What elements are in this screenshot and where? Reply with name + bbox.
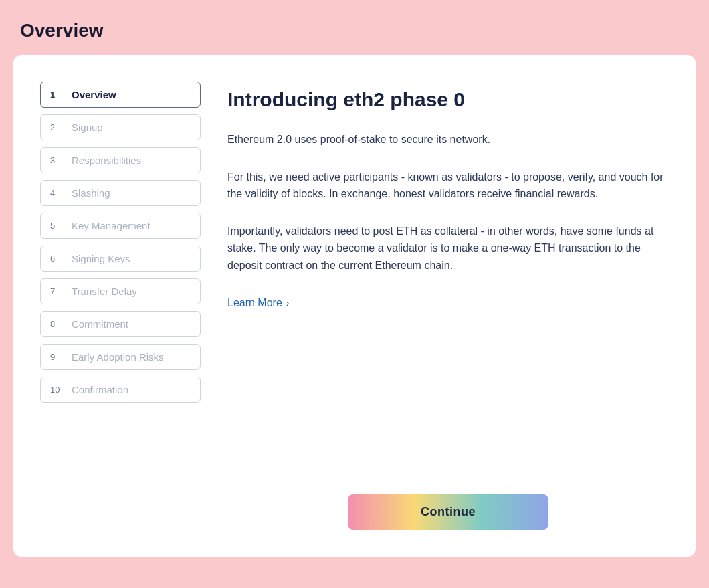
- sidebar: 1Overview2Signup3Responsibilities4Slashi…: [40, 82, 201, 530]
- step-number: 9: [50, 352, 62, 362]
- continue-button[interactable]: Continue: [348, 494, 548, 530]
- step-number: 5: [50, 221, 62, 231]
- step-label: Overview: [72, 89, 116, 100]
- step-number: 1: [50, 90, 62, 100]
- step-label: Signup: [72, 122, 103, 133]
- page-title: Overview: [0, 13, 709, 55]
- sidebar-item-confirmation[interactable]: 10Confirmation: [40, 377, 201, 403]
- sidebar-item-commitment[interactable]: 8Commitment: [40, 311, 201, 337]
- step-number: 8: [50, 319, 62, 329]
- sidebar-item-overview[interactable]: 1Overview: [40, 82, 201, 108]
- step-number: 2: [50, 122, 62, 132]
- step-number: 6: [50, 254, 62, 264]
- main-content: Introducing eth2 phase 0 Ethereum 2.0 us…: [227, 82, 669, 530]
- learn-more-arrow-icon: ›: [286, 298, 290, 308]
- sidebar-item-signing-keys[interactable]: 6Signing Keys: [40, 246, 201, 272]
- learn-more-link[interactable]: Learn More ›: [227, 297, 669, 309]
- step-label: Early Adoption Risks: [72, 351, 164, 363]
- sidebar-item-slashing[interactable]: 4Slashing: [40, 180, 201, 206]
- step-label: Commitment: [72, 318, 128, 330]
- step-label: Transfer Delay: [72, 286, 137, 297]
- step-label: Key Management: [72, 220, 150, 231]
- step-label: Confirmation: [72, 384, 128, 395]
- paragraph-1: Ethereum 2.0 uses proof-of-stake to secu…: [227, 131, 669, 149]
- sidebar-item-transfer-delay[interactable]: 7Transfer Delay: [40, 278, 201, 304]
- step-label: Responsibilities: [72, 155, 141, 166]
- step-number: 7: [50, 286, 62, 296]
- continue-btn-wrapper: Continue: [227, 454, 669, 530]
- learn-more-label: Learn More: [227, 297, 282, 309]
- main-card: 1Overview2Signup3Responsibilities4Slashi…: [13, 55, 696, 557]
- step-label: Slashing: [72, 187, 110, 199]
- paragraph-3: Importantly, validators need to post ETH…: [227, 223, 669, 274]
- step-number: 3: [50, 155, 62, 165]
- step-number: 10: [50, 385, 62, 395]
- sidebar-item-early-adoption-risks[interactable]: 9Early Adoption Risks: [40, 344, 201, 370]
- paragraph-2: For this, we need active participants - …: [227, 169, 669, 203]
- main-title: Introducing eth2 phase 0: [227, 88, 669, 111]
- sidebar-item-key-management[interactable]: 5Key Management: [40, 213, 201, 239]
- sidebar-item-signup[interactable]: 2Signup: [40, 114, 201, 140]
- step-number: 4: [50, 188, 62, 198]
- sidebar-item-responsibilities[interactable]: 3Responsibilities: [40, 147, 201, 173]
- step-label: Signing Keys: [72, 253, 130, 264]
